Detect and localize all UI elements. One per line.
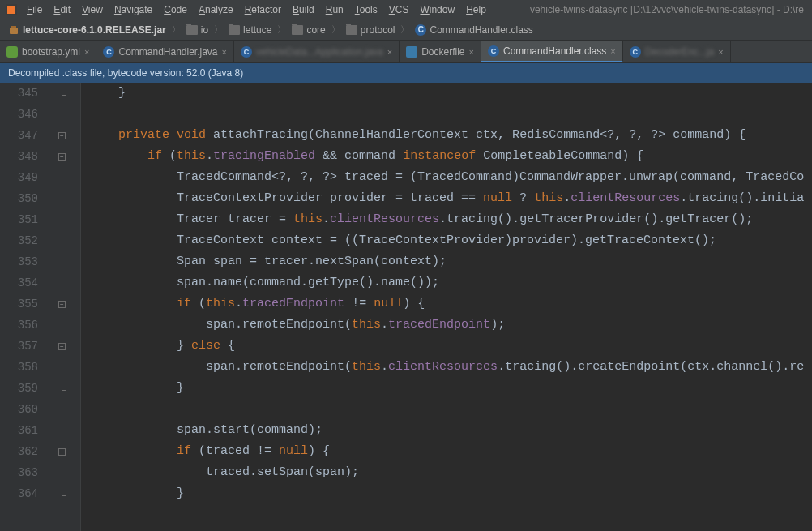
menu-build[interactable]: Build [287,2,320,17]
line-number[interactable]: 359 [0,378,80,399]
line-number[interactable]: 360 [0,399,80,420]
chevron-right-icon: 〉 [331,24,340,36]
line-number[interactable]: 363 [0,462,80,483]
line-number[interactable]: 350 [0,188,80,209]
close-icon[interactable]: × [84,47,89,57]
breadcrumb-class[interactable]: CCommandHandler.class [412,24,536,36]
menu-file[interactable]: File [21,2,48,17]
chevron-right-icon: 〉 [172,24,181,36]
tab-commandhandler-java[interactable]: CCommandHandler.java× [96,41,234,62]
menubar: FileEditViewNavigateCodeAnalyzeRefactorB… [0,0,812,19]
tab-decoderenc-ja[interactable]: CDecoderEnc...ja× [623,41,731,62]
line-number[interactable]: 361 [0,420,80,441]
menu-analyze[interactable]: Analyze [193,2,239,17]
menu-navigate[interactable]: Navigate [109,2,158,17]
code-line[interactable]: span.remoteEndpoint(this.tracedEndpoint)… [89,315,812,336]
line-number[interactable]: 351 [0,209,80,230]
code-line[interactable]: span.start(command); [89,420,812,441]
code-line[interactable] [89,104,812,125]
line-number[interactable]: 345 [0,83,80,104]
code-line[interactable]: } [89,83,812,104]
code-line[interactable]: } else { [89,336,812,357]
code-content[interactable]: } private void attachTracing(ChannelHand… [81,83,812,531]
breadcrumb-core-label: core [306,24,325,36]
class-icon: C [630,46,641,58]
yml-icon [6,46,18,58]
folder-icon [229,25,240,35]
line-number[interactable]: 347− [0,125,80,146]
menu-tools[interactable]: Tools [349,2,383,17]
code-line[interactable]: if (this.tracingEnabled && command insta… [89,146,812,167]
breadcrumb-lettuce[interactable]: lettuce [225,24,275,36]
tab-commandhandler-class[interactable]: CCommandHandler.class× [481,41,623,62]
line-gutter[interactable]: 345346347−348−349350351352353354355−3563… [0,83,81,531]
line-number[interactable]: 356 [0,315,80,336]
class-icon: C [488,45,499,57]
code-line[interactable]: if (traced != null) { [89,441,812,462]
docker-icon [406,46,417,58]
line-number[interactable]: 346 [0,104,80,125]
menu-edit[interactable]: Edit [48,2,76,17]
menu-refactor[interactable]: Refactor [239,2,287,17]
fold-end-icon [58,90,66,97]
breadcrumb-protocol[interactable]: protocol [343,24,399,36]
tab-vehicledata-application-java[interactable]: CvehicleData...Application.java× [234,41,400,62]
svg-rect-1 [7,6,15,14]
menu-view[interactable]: View [76,2,109,17]
code-line[interactable]: Tracer tracer = this.clientResources.tra… [89,209,812,230]
line-number[interactable]: 364 [0,483,80,504]
class-icon: C [415,24,426,36]
line-number[interactable]: 348− [0,146,80,167]
line-number[interactable]: 355− [0,293,80,315]
app-icon [5,3,18,16]
menu-run[interactable]: Run [320,2,349,17]
code-line[interactable]: if (this.tracedEndpoint != null) { [89,293,812,315]
code-line[interactable]: } [89,378,812,399]
line-number[interactable]: 362− [0,441,80,462]
tab-dockerfile[interactable]: Dockerfile× [400,41,481,62]
tab-label: vehicleData...Application.java [256,46,383,58]
breadcrumb-jar-label: lettuce-core-6.1.0.RELEASE.jar [23,24,166,36]
breadcrumb: lettuce-core-6.1.0.RELEASE.jar 〉 io 〉 le… [0,19,812,41]
jar-icon [8,24,19,36]
line-number[interactable]: 353 [0,251,80,272]
menu-code[interactable]: Code [158,2,193,17]
tab-bootstrap-yml[interactable]: bootstrap.yml× [0,41,96,62]
code-line[interactable]: span.name(command.getType().name()); [89,272,812,293]
chevron-right-icon: 〉 [214,24,223,36]
line-number[interactable]: 354 [0,272,80,293]
menu-vcs[interactable]: VCS [383,2,415,17]
code-line[interactable]: private void attachTracing(ChannelHandle… [89,125,812,146]
fold-icon[interactable]: − [58,301,66,308]
code-line[interactable]: span.remoteEndpoint(this.clientResources… [89,357,812,378]
menu-window[interactable]: Window [414,2,460,17]
editor-tabs: bootstrap.yml×CCommandHandler.java×Cvehi… [0,41,812,63]
close-icon[interactable]: × [469,47,474,57]
line-number[interactable]: 349 [0,167,80,188]
code-line[interactable]: traced.setSpan(span); [89,462,812,483]
breadcrumb-jar[interactable]: lettuce-core-6.1.0.RELEASE.jar [5,24,169,36]
decompiled-banner: Decompiled .class file, bytecode version… [0,63,812,83]
code-line[interactable]: TracedCommand<?, ?, ?> traced = (TracedC… [89,167,812,188]
line-number[interactable]: 352 [0,230,80,251]
breadcrumb-core[interactable]: core [288,24,328,36]
tab-label: DecoderEnc...ja [645,46,714,58]
close-icon[interactable]: × [610,46,615,56]
code-line[interactable]: Span span = tracer.nextSpan(context); [89,251,812,272]
code-line[interactable] [89,399,812,420]
fold-icon[interactable]: − [58,153,66,161]
menu-help[interactable]: Help [460,2,492,17]
breadcrumb-io[interactable]: io [183,24,212,36]
close-icon[interactable]: × [222,47,227,57]
fold-icon[interactable]: − [58,448,66,456]
close-icon[interactable]: × [718,47,723,57]
fold-icon[interactable]: − [58,343,66,350]
line-number[interactable]: 357− [0,336,80,357]
folder-icon [186,25,198,35]
code-line[interactable]: TraceContextProvider provider = traced =… [89,188,812,209]
code-line[interactable]: } [89,483,812,504]
close-icon[interactable]: × [387,47,392,57]
fold-icon[interactable]: − [58,132,66,139]
code-line[interactable]: TraceContext context = ((TraceContextPro… [89,230,812,251]
line-number[interactable]: 358 [0,357,80,378]
